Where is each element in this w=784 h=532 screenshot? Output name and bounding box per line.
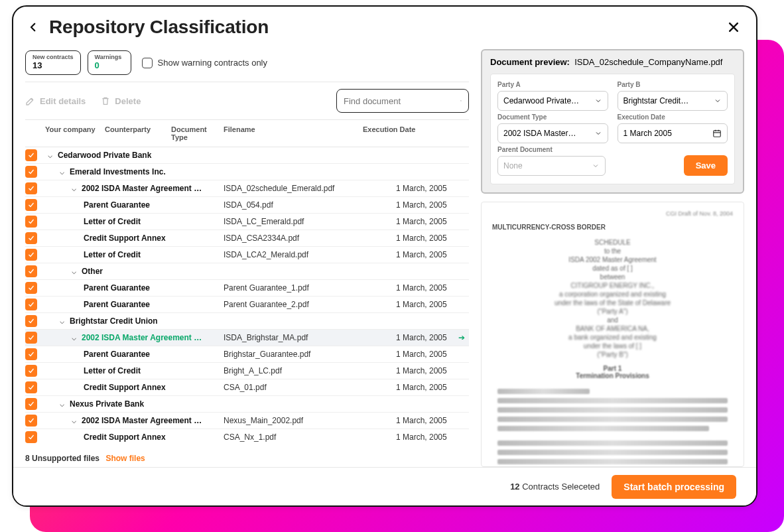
selected-count: 12 Contracts Seleceted [510, 482, 600, 492]
row-checkbox[interactable] [25, 199, 37, 211]
row-date: 1 March, 2005 [396, 383, 469, 392]
row-label: Nexus Private Bank [70, 399, 144, 409]
row-filename: ISDA_CSA2334A.pdf [224, 233, 396, 243]
edit-details-button[interactable]: Edit details [25, 96, 86, 106]
table-row[interactable]: Credit Support AnnexCSA_01.pdf1 March, 2… [25, 379, 469, 396]
row-checkbox[interactable] [25, 415, 37, 427]
select-party-b[interactable]: Brightstar Credit… [618, 91, 728, 111]
row-checkbox[interactable] [25, 232, 37, 244]
save-button[interactable]: Save [684, 155, 728, 176]
table-row[interactable]: ⌵2002 ISDA Master Agreement …ISDA_02sche… [25, 180, 469, 197]
chevron-down-icon[interactable]: ⌵ [72, 416, 76, 425]
row-date: 1 March, 2005 [396, 200, 469, 210]
row-label: Parent Guarantee [84, 350, 150, 359]
start-batch-button[interactable]: Start batch processing [612, 475, 736, 499]
table-row[interactable]: ⌵2002 ISDA Master Agreement …Nexus_Main_… [25, 413, 469, 429]
edit-icon [25, 96, 36, 106]
svg-point-0 [460, 100, 461, 101]
unsupported-files: 8 Unsupported files Show files [25, 444, 469, 467]
row-checkbox[interactable] [25, 348, 37, 360]
chip-new-contracts[interactable]: New contracts 13 [25, 50, 81, 75]
select-party-a[interactable]: Cedarwood Private… [497, 91, 608, 111]
row-date: 1 March, 2005 [396, 366, 469, 375]
table-panel: New contracts 13 Warnings 0 Show warning… [25, 48, 469, 467]
table-row[interactable]: Credit Support AnnexCSA_Nx_1.pdf1 March,… [25, 429, 469, 444]
chevron-down-icon [592, 162, 600, 170]
chevron-left-icon [27, 21, 39, 33]
table-row[interactable]: Credit Support AnnexISDA_CSA2334A.pdf1 M… [25, 230, 469, 247]
table-header: Your company Counterparty Document Type … [25, 119, 469, 147]
row-checkbox[interactable] [25, 365, 37, 377]
field-parent-document: Parent Document None [497, 146, 606, 176]
chevron-down-icon[interactable]: ⌵ [72, 267, 76, 276]
search-input[interactable] [336, 89, 469, 113]
row-checkbox[interactable] [25, 149, 37, 161]
table-row[interactable]: Parent GuaranteeParent Guarantee_1.pdf1 … [25, 280, 469, 297]
table-row[interactable]: Letter of CreditBright_A_LC.pdf1 March, … [25, 363, 469, 379]
row-checkbox[interactable] [25, 265, 37, 277]
row-filename: ISDA_Brighstar_MA.pdf [224, 333, 396, 342]
group-row[interactable]: ⌵Nexus Private Bank [25, 396, 469, 413]
row-checkbox[interactable] [25, 299, 37, 310]
row-filename: ISDA_LC_Emerald.pdf [224, 217, 396, 226]
chevron-down-icon[interactable]: ⌵ [60, 399, 64, 409]
chevron-down-icon[interactable]: ⌵ [60, 316, 64, 326]
group-row[interactable]: ⌵Other [25, 263, 469, 280]
show-warnings-only[interactable]: Show warning contracts only [142, 58, 267, 68]
show-files-link[interactable]: Show files [105, 454, 145, 463]
calendar-icon [712, 129, 722, 138]
row-filename: Nexus_Main_2002.pdf [224, 416, 396, 425]
row-checkbox[interactable] [25, 249, 37, 261]
chevron-down-icon[interactable]: ⌵ [48, 151, 52, 160]
row-checkbox[interactable] [25, 332, 37, 344]
row-checkbox[interactable] [25, 282, 37, 294]
table-row[interactable]: Letter of CreditISDA_LCA2_Merald.pdf1 Ma… [25, 247, 469, 263]
arrow-right-icon[interactable]: ➔ [458, 333, 465, 342]
row-date: 1 March, 2005 [396, 250, 469, 259]
row-date: 1 March, 2005 [396, 416, 469, 425]
select-doc-type[interactable]: 2002 ISDA Master… [497, 123, 608, 143]
row-checkbox[interactable] [25, 431, 37, 443]
group-row[interactable]: ⌵Cedarwood Private Bank [25, 147, 469, 164]
svg-rect-1 [714, 131, 721, 137]
table-row[interactable]: Parent GuaranteeISDA_054.pdf1 March, 200… [25, 197, 469, 214]
row-filename: Brighstar_Guarantee.pdf [224, 350, 396, 359]
table-row[interactable]: ⌵2002 ISDA Master Agreement …ISDA_Brighs… [25, 330, 469, 346]
row-label: Parent Guarantee [84, 283, 150, 293]
row-label: 2002 ISDA Master Agreement … [82, 416, 202, 425]
row-label: Parent Guarantee [84, 200, 150, 210]
select-parent-document[interactable]: None [497, 156, 606, 176]
table-row[interactable]: Letter of CreditISDA_LC_Emerald.pdf1 Mar… [25, 214, 469, 230]
row-checkbox[interactable] [25, 216, 37, 228]
chevron-down-icon[interactable]: ⌵ [72, 333, 76, 342]
row-checkbox[interactable] [25, 398, 37, 410]
chip-warnings[interactable]: Warnings 0 [88, 50, 131, 75]
delete-button[interactable]: Delete [100, 96, 141, 106]
group-row[interactable]: ⌵Emerald Investments Inc. [25, 164, 469, 180]
document-preview: CGI Draft of Nov. 8, 2004 MULTICURRENCY-… [481, 202, 744, 467]
row-filename: Parent Guarantee_1.pdf [224, 283, 396, 293]
table-row[interactable]: Parent GuaranteeParent Guarantee_2.pdf1 … [25, 297, 469, 313]
row-date: 1 March, 2005 [396, 184, 469, 193]
checkbox-icon[interactable] [142, 58, 153, 68]
preview-header: Document preview: ISDA_02schedule_Compan… [490, 57, 735, 67]
row-label: Letter of Credit [84, 366, 141, 375]
field-party-a: Party A Cedarwood Private… [497, 81, 608, 111]
row-label: Credit Support Annex [84, 233, 166, 243]
trash-icon [100, 96, 111, 106]
chevron-down-icon[interactable]: ⌵ [72, 184, 76, 193]
back-button[interactable] [27, 21, 40, 33]
row-filename: Parent Guarantee_2.pdf [224, 300, 396, 309]
table-row[interactable]: Parent GuaranteeBrighstar_Guarantee.pdf1… [25, 346, 469, 363]
row-checkbox[interactable] [25, 166, 37, 178]
chevron-down-icon[interactable]: ⌵ [60, 167, 64, 176]
group-row[interactable]: ⌵Brightstar Credit Union [25, 313, 469, 330]
search-field[interactable] [344, 96, 455, 106]
close-button[interactable] [724, 18, 743, 36]
row-checkbox[interactable] [25, 315, 37, 327]
row-checkbox[interactable] [25, 381, 37, 393]
input-exec-date[interactable]: 1 March 2005 [618, 123, 728, 143]
row-label: Other [82, 267, 103, 276]
row-checkbox[interactable] [25, 182, 37, 194]
row-filename: ISDA_02schedule_Emerald.pdf [224, 184, 396, 193]
